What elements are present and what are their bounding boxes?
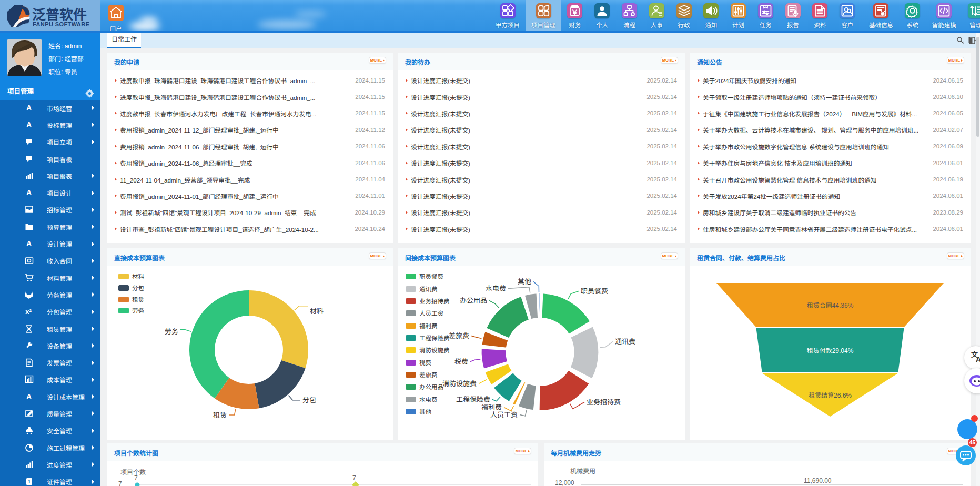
svg-text:税费: 税费 xyxy=(454,358,468,366)
svg-text:x²: x² xyxy=(25,308,32,316)
svg-text:租赁付款29.04%: 租赁付款29.04% xyxy=(807,347,854,355)
svg-text:11,690.00: 11,690.00 xyxy=(804,477,832,484)
svg-text:通讯费: 通讯费 xyxy=(615,338,635,346)
svg-text:差旅费: 差旅费 xyxy=(449,332,469,340)
svg-text:12,000: 12,000 xyxy=(555,479,574,486)
svg-text:消防设施费: 消防设施费 xyxy=(419,347,450,353)
svg-text:业务招待费: 业务招待费 xyxy=(419,298,450,305)
svg-text:A: A xyxy=(26,104,32,112)
svg-text:7: 7 xyxy=(352,474,356,482)
svg-text:福利费: 福利费 xyxy=(481,403,502,411)
svg-text:7: 7 xyxy=(134,474,138,482)
svg-text:水电费: 水电费 xyxy=(419,397,438,403)
svg-text:业务招待费: 业务招待费 xyxy=(587,398,621,406)
svg-text:其他: 其他 xyxy=(518,278,531,286)
svg-text:材料: 材料 xyxy=(310,307,324,315)
svg-text:租赁合同44.36%: 租赁合同44.36% xyxy=(807,302,854,309)
svg-text:材料: 材料 xyxy=(132,274,144,280)
svg-text:职员餐费: 职员餐费 xyxy=(581,287,608,295)
svg-text:租赁: 租赁 xyxy=(132,297,144,303)
svg-text:通讯费: 通讯费 xyxy=(419,286,438,292)
svg-text:A: A xyxy=(26,120,32,129)
svg-text:税费: 税费 xyxy=(419,360,431,366)
svg-text:工程保险费: 工程保险费 xyxy=(456,396,490,403)
svg-text:A: A xyxy=(26,239,32,248)
svg-text:A: A xyxy=(26,188,32,197)
svg-text:机械费用: 机械费用 xyxy=(570,468,595,475)
svg-text:A: A xyxy=(26,392,32,401)
svg-text:差旅费: 差旅费 xyxy=(419,372,438,378)
svg-text:分包: 分包 xyxy=(132,285,144,291)
svg-text:职员餐费: 职员餐费 xyxy=(419,274,443,280)
svg-text:人员工资: 人员工资 xyxy=(419,310,443,317)
svg-text:劳务: 劳务 xyxy=(165,328,178,336)
svg-text:租赁结算26.6%: 租赁结算26.6% xyxy=(809,392,852,399)
svg-text:租赁: 租赁 xyxy=(213,411,227,419)
svg-text:A: A xyxy=(976,355,980,363)
svg-text:福利费: 福利费 xyxy=(419,323,438,329)
svg-text:劳务: 劳务 xyxy=(132,308,144,314)
svg-text:7: 7 xyxy=(118,480,122,486)
svg-text:水电费: 水电费 xyxy=(486,285,506,292)
svg-text:其他: 其他 xyxy=(419,409,431,415)
svg-text:办公用品: 办公用品 xyxy=(460,297,487,305)
svg-text:1: 1 xyxy=(28,479,31,484)
svg-text:消防设施费: 消防设施费 xyxy=(442,380,477,388)
svg-text:办公用品: 办公用品 xyxy=(419,384,443,390)
svg-text:分包: 分包 xyxy=(302,396,316,404)
svg-text:人员工资: 人员工资 xyxy=(490,411,518,419)
svg-text:工程保险费: 工程保险费 xyxy=(419,335,450,341)
svg-text:项目个数: 项目个数 xyxy=(120,469,146,476)
